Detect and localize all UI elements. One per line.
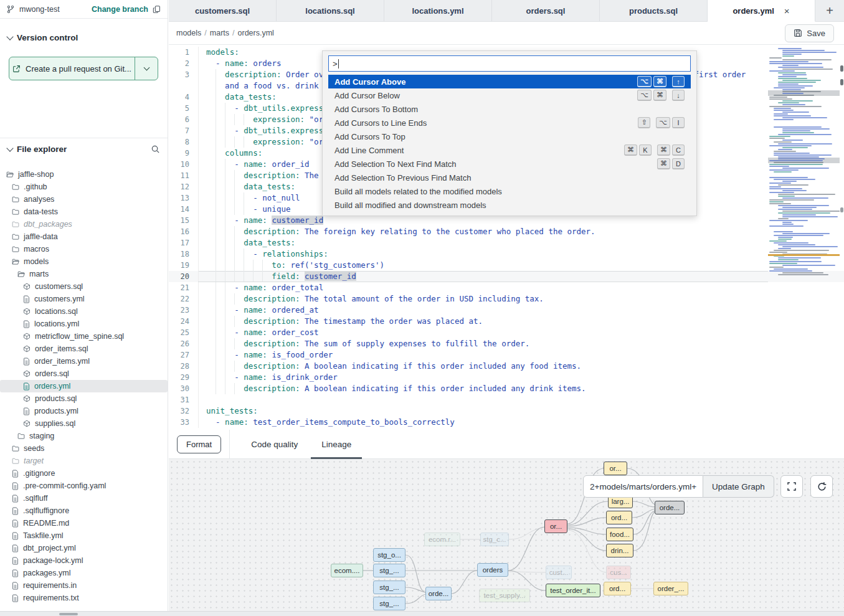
tree-item-.pre-commit-config.yaml[interactable]: .pre-commit-config.yaml [0,480,168,492]
palette-item[interactable]: Add Cursors to Line Ends⇧⌥I [328,116,691,130]
palette-item[interactable]: Build all models related to the modified… [328,184,691,198]
copy-icon[interactable] [153,5,161,14]
editor-scrollbar[interactable] [840,47,844,430]
bottom-tab-code-quality[interactable]: Code quality [249,430,300,459]
tree-item-.github[interactable]: .github [0,181,168,193]
editor-line-28[interactable]: 28 description: A boolean indicating if … [169,361,844,372]
editor-line-19[interactable]: 19 to: ref('stg_customers') [169,260,844,271]
tree-item-.sqlfluffignore[interactable]: .sqlfluffignore [0,505,168,517]
bottom-scrollbar[interactable] [0,611,844,616]
update-graph-button[interactable]: Update Graph [703,475,774,498]
tree-item-data-tests[interactable]: data-tests [0,206,168,218]
tab-locations.yml[interactable]: locations.yml [384,0,492,21]
editor-line-15[interactable]: 15 - name: customer_id [169,215,844,226]
tree-item-README.md[interactable]: README.md [0,517,168,529]
lineage-node-stg_o[interactable]: stg_o... [373,548,405,562]
tree-item-requirements.in[interactable]: requirements.in [0,579,168,592]
breadcrumb-item[interactable]: orders.yml [238,29,274,37]
minimap[interactable] [768,47,840,396]
lineage-node-or[interactable]: or... [544,519,567,533]
scrollbar-thumb[interactable] [59,613,78,615]
palette-item[interactable]: Add Cursors To Top [328,130,691,143]
lineage-node-order_[interactable]: order_... [653,582,688,595]
tree-item-Taskfile.yml[interactable]: Taskfile.yml [0,529,168,542]
editor-line-18[interactable]: 18 - relationships: [169,249,844,260]
command-palette-input[interactable]: > [328,55,691,72]
tab-products.sql[interactable]: products.sql [600,0,708,21]
editor-line-33[interactable]: 33 - name: test_order_items_compute_to_b… [169,417,844,428]
lineage-node-stg_[interactable]: stg_... [373,597,405,610]
editor-line-22[interactable]: 22 description: The total amount of the … [169,293,844,305]
tree-item-order_items.yml[interactable]: order_items.yml [0,355,168,367]
tree-item-package-lock.yml[interactable]: package-lock.yml [0,554,168,567]
tree-item-seeds[interactable]: seeds [0,442,168,455]
tree-item-supplies.sql[interactable]: supplies.sql [0,417,168,430]
lineage-node-ord[interactable]: ord... [606,511,632,524]
palette-item[interactable]: Add Cursor Above⌥⌘↑ [328,75,691,88]
lineage-node-stg_[interactable]: stg_... [373,580,405,594]
lineage-node-cust[interactable]: cust... [546,566,572,579]
tree-item-jaffle-shop[interactable]: jaffle-shop [0,168,168,181]
tree-item-target[interactable]: target [0,455,168,467]
refresh-button[interactable] [810,475,833,498]
tree-item-customers.sql[interactable]: customers.sql [0,280,168,293]
palette-item[interactable]: Build all modified and downstream models [328,198,691,212]
editor-line-27[interactable]: 27 - name: is_food_order [169,349,844,361]
close-icon[interactable]: × [784,6,790,16]
tree-item-staging[interactable]: staging [0,430,168,442]
version-control-header[interactable]: Version control [0,28,168,47]
tree-item-customers.yml[interactable]: customers.yml [0,293,168,305]
breadcrumb-item[interactable]: models [176,29,201,37]
tab-locations.sql[interactable]: locations.sql [277,0,384,21]
fullscreen-button[interactable] [780,475,803,498]
tree-item-jaffle-data[interactable]: jaffle-data [0,230,168,243]
palette-item[interactable]: Add Selection To Next Find Match⌘D [328,157,691,171]
create-pr-dropdown[interactable] [135,57,158,80]
palette-item[interactable]: Add Cursors To Bottom [328,102,691,116]
lineage-node-test_order_it[interactable]: test_order_it... [546,584,600,597]
breadcrumb-item[interactable]: marts [210,29,229,37]
change-branch-link[interactable]: Change branch [92,5,148,14]
tree-item-packages.yml[interactable]: packages.yml [0,567,168,579]
lineage-node-drin[interactable]: drin... [606,544,633,557]
tab-orders.sql[interactable]: orders.sql [492,0,600,21]
editor-line-25[interactable]: 25 - name: order_cost [169,327,844,338]
editor-line-29[interactable]: 29 - name: is_drink_order [169,372,844,383]
lineage-selector-input[interactable]: 2+models/marts/orders.yml+ [583,475,703,498]
editor-line-16[interactable]: 16 description: The foreign key relating… [169,226,844,237]
tree-item-dbt_project.yml[interactable]: dbt_project.yml [0,542,168,554]
new-tab-button[interactable]: + [815,0,844,21]
create-pr-button[interactable]: Create a pull request on Git... [9,57,135,80]
palette-item[interactable]: Add Cursor Below⌥⌘↓ [328,88,691,102]
tree-item-analyses[interactable]: analyses [0,193,168,206]
tree-item-locations.yml[interactable]: locations.yml [0,318,168,330]
editor-line-24[interactable]: 24 description: The timestamp the order … [169,316,844,327]
editor-line-32[interactable]: 32unit_tests: [169,405,844,417]
lineage-node-food[interactable]: food... [606,528,633,541]
tree-item-order_items.sql[interactable]: order_items.sql [0,343,168,355]
editor-line-23[interactable]: 23 - name: ordered_at [169,305,844,316]
tab-customers.sql[interactable]: customers.sql [169,0,277,21]
search-icon[interactable] [151,145,160,154]
tree-item-metricflow_time_spine.sql[interactable]: metricflow_time_spine.sql [0,330,168,343]
tree-item-models[interactable]: models [0,255,168,268]
tree-item-requirements.txt[interactable]: requirements.txt [0,592,168,604]
lineage-node-stg_[interactable]: stg_... [373,564,405,577]
lineage-node-or[interactable]: or... [604,462,627,475]
lineage-node-cus[interactable]: cus... [606,566,631,579]
tree-item-products.yml[interactable]: products.yml [0,405,168,417]
file-explorer-header[interactable]: File explorer [0,138,168,159]
tree-item-.sqlfluff[interactable]: .sqlfluff [0,492,168,505]
lineage-node-test_supply[interactable]: test_supply... [479,589,530,602]
lineage-node-ecom[interactable]: ecom.... [331,564,363,577]
tree-item-orders.sql[interactable]: orders.sql [0,367,168,380]
lineage-node-stg_c[interactable]: stg_c... [480,533,509,546]
editor-line-20[interactable]: 20 field: customer_id [169,271,844,282]
editor-line-30[interactable]: 30 description: A boolean indicating if … [169,383,844,394]
bottom-tab-lineage[interactable]: Lineage [319,430,354,459]
tree-item-macros[interactable]: macros [0,243,168,255]
save-button[interactable]: Save [785,24,834,42]
lineage-node-orde[interactable]: orde... [425,587,452,600]
lineage-node-orders[interactable]: orders [477,563,508,577]
tree-item-.gitignore[interactable]: .gitignore [0,467,168,480]
